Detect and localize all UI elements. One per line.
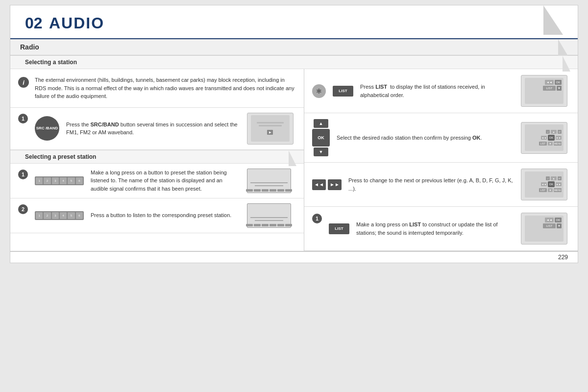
next-button[interactable]: ►► [328,179,342,190]
right-row-ok: ▲ OK ▼ Select the desired radio station … [304,113,578,163]
preset-step-number-1: 1 [18,170,28,179]
preset-step-number-2: 2 [18,204,28,214]
list-button-2[interactable]: LIST [329,223,349,234]
preset-buttons-bar1: 1 2 3 4 5 6 [35,176,84,185]
right-column: LIST Press LIST to display the list of s… [304,69,578,251]
subsection-bar-preset: Selecting a preset station [10,150,304,164]
srcband-image: ▶ [247,113,296,145]
preset-buttons-bar2: 1 2 3 4 5 6 [35,211,84,220]
page: 02 AUDIO Radio Selecting a station i The… [10,5,578,263]
chapter-title: AUDIO [49,14,104,32]
list-long-panel-image: ◄◄ OK LIST ▼ [521,213,570,245]
list-button[interactable]: LIST [333,86,353,97]
list-long-text: Make a long press on LIST to construct o… [356,220,514,237]
header-decoration [543,5,563,35]
content-area: i The external environment (hills, build… [10,69,578,251]
right-row-list: LIST Press LIST to display the list of s… [304,69,578,113]
arrow-buttons: ◄◄ ►► [312,179,342,190]
right-row-arrows: ◄◄ ►► Press to change to the next or pre… [304,163,578,207]
ok-text: Select the desired radio station then co… [337,134,514,142]
ok-nav-cluster: ▲ OK ▼ [312,119,330,156]
section-title: Radio [20,43,39,51]
info-box: i The external environment (hills, build… [10,69,304,108]
section-bar: Radio [10,39,578,55]
ok-panel-image: ♪ ▲ ↵ ◄◄ OK ►► LIST ▼ [521,122,570,154]
right-row-list-long: 1 LIST Make a long press on LIST to cons… [304,207,578,251]
arrow-panel-image: ♪ ▲ ↵ ◄◄ OK ►► LIST ▼ [521,169,570,200]
subsection-label-preset: Selecting a preset station [25,153,96,160]
list-text: Press LIST to display the list of statio… [360,83,514,99]
info-text: The external environment (hills, buildin… [35,76,296,100]
srcband-button[interactable]: SRC /BAND [35,116,59,141]
preset2-image [247,203,296,228]
preset1-image [247,169,296,193]
nav-down-button[interactable]: ▼ [314,147,328,156]
sun-icon [312,84,326,98]
arrow-text: Press to change to the next or previous … [348,176,514,193]
step-srcband-text: Press the SRC/BAND button several times … [66,121,240,137]
prev-button[interactable]: ◄◄ [312,179,326,190]
step-row-preset1: 1 1 2 3 4 5 6 Make a long press on a but… [10,164,304,198]
left-column: i The external environment (hills, build… [10,69,304,251]
step-preset2-text: Press a button to listen to the correspo… [91,211,240,220]
step-preset1-text: Make a long press on a button to preset … [91,169,240,193]
nav-up-button[interactable]: ▲ [314,119,328,128]
info-icon: i [18,77,29,88]
list-long-step-number: 1 [312,214,322,223]
chapter-number: 02 [25,14,43,32]
step-row-srcband: 1 SRC /BAND Press the SRC/BAND button se… [10,108,304,150]
list-panel-image: ◄◄ OK LIST ▼ [521,75,570,107]
subsection-bar-station: Selecting a station [10,55,578,69]
subsection-label-station: Selecting a station [25,59,77,66]
page-number: 229 [10,251,578,263]
step-number-1: 1 [18,114,28,123]
step-row-preset2: 2 1 2 3 4 5 6 Press a button to listen t… [10,198,304,233]
ok-button[interactable]: OK [312,129,330,147]
page-header: 02 AUDIO [10,5,578,39]
